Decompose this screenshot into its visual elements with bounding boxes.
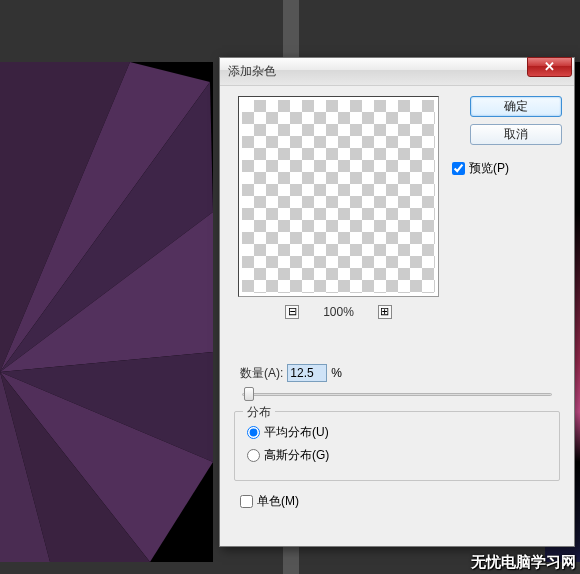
gaussian-radio[interactable]: [247, 449, 260, 462]
amount-input[interactable]: [287, 364, 327, 382]
preview-checkbox-label: 预览(P): [469, 160, 509, 177]
dialog-titlebar[interactable]: 添加杂色 ✕: [220, 58, 574, 86]
dialog-buttons: 确定 取消: [470, 96, 562, 145]
gaussian-label: 高斯分布(G): [264, 447, 329, 464]
distribution-legend: 分布: [243, 404, 275, 421]
transparency-checker: [242, 100, 435, 293]
ok-label: 确定: [504, 99, 528, 113]
zoom-out-button[interactable]: ⊟: [285, 305, 299, 319]
plus-icon: ⊞: [380, 305, 389, 317]
watermark-text: 无忧电脑学习网: [471, 553, 576, 572]
close-icon: ✕: [544, 59, 555, 74]
zoom-in-button[interactable]: ⊞: [378, 305, 392, 319]
ok-button[interactable]: 确定: [470, 96, 562, 117]
cancel-label: 取消: [504, 127, 528, 141]
slider-thumb[interactable]: [244, 387, 254, 401]
amount-slider[interactable]: [236, 386, 558, 404]
distribution-radiogroup: 平均分布(U) 高斯分布(G): [235, 412, 559, 470]
amount-unit: %: [331, 366, 342, 380]
preview-frame[interactable]: [238, 96, 439, 297]
zoom-level-label: 100%: [323, 305, 354, 319]
amount-label: 数量(A):: [240, 365, 283, 382]
slider-track: [242, 393, 552, 396]
gaussian-row: 高斯分布(G): [247, 447, 547, 464]
cancel-button[interactable]: 取消: [470, 124, 562, 145]
uniform-radio[interactable]: [247, 426, 260, 439]
document-canvas-left: [0, 62, 213, 562]
uniform-label: 平均分布(U): [264, 424, 329, 441]
dialog-body: ⊟ 100% ⊞ 确定 取消 预览(P) 数量(A):: [220, 86, 574, 546]
minus-icon: ⊟: [288, 305, 297, 317]
monochrome-label: 单色(M): [257, 493, 299, 510]
monochrome-checkbox[interactable]: [240, 495, 253, 508]
workspace: 添加杂色 ✕ ⊟ 100% ⊞ 确定: [0, 0, 580, 574]
distribution-groupbox: 分布 平均分布(U) 高斯分布(G): [234, 411, 560, 481]
add-noise-dialog: 添加杂色 ✕ ⊟ 100% ⊞ 确定: [219, 57, 575, 547]
preview-checkbox[interactable]: [452, 162, 465, 175]
uniform-row: 平均分布(U): [247, 424, 547, 441]
artwork-rays: [0, 62, 213, 562]
preview-checkbox-row: 预览(P): [452, 160, 562, 177]
amount-row: 数量(A): %: [240, 364, 342, 382]
monochrome-row: 单色(M): [240, 493, 299, 510]
zoom-controls: ⊟ 100% ⊞: [238, 302, 439, 322]
dialog-title: 添加杂色: [228, 63, 276, 80]
close-button[interactable]: ✕: [527, 57, 572, 77]
